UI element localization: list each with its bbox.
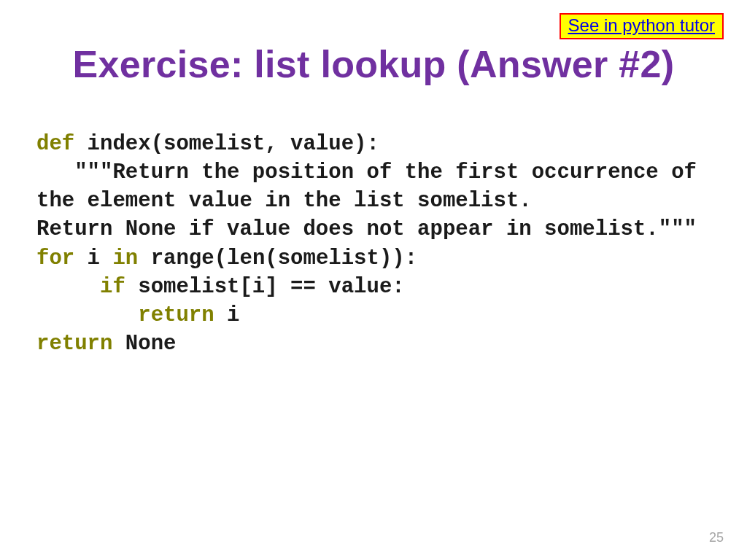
keyword-for: for xyxy=(36,246,74,271)
code-line-for: for i in range(len(somelist)): xyxy=(36,244,711,273)
if-indent xyxy=(36,275,100,299)
code-line-def: def index(somelist, value): xyxy=(36,130,711,158)
ret-indent xyxy=(36,303,138,327)
code-block: def index(somelist, value): """Return th… xyxy=(36,130,711,358)
code-line-doc1: """Return the position of the first occu… xyxy=(36,158,711,215)
return-i-rest: i xyxy=(214,303,240,327)
for-rest: range(len(somelist)): xyxy=(138,246,417,271)
page-number: 25 xyxy=(709,530,724,545)
code-line-doc2: Return None if value does not appear in … xyxy=(36,215,711,244)
keyword-if: if xyxy=(100,275,125,299)
keyword-return-2: return xyxy=(36,332,112,356)
code-line-return-i: return i xyxy=(36,301,711,330)
code-line-return-none: return None xyxy=(36,330,711,358)
slide: See in python tutor Exercise: list looku… xyxy=(0,0,747,560)
return-none-rest: None xyxy=(112,332,176,356)
python-tutor-link[interactable]: See in python tutor xyxy=(568,15,715,35)
python-tutor-link-box[interactable]: See in python tutor xyxy=(560,13,724,39)
keyword-in: in xyxy=(112,246,138,271)
for-mid: i xyxy=(74,246,112,271)
if-rest: somelist[i] == value: xyxy=(125,275,405,299)
keyword-def: def xyxy=(36,132,74,156)
code-line-if: if somelist[i] == value: xyxy=(36,273,711,301)
keyword-return-1: return xyxy=(138,303,214,327)
slide-title: Exercise: list lookup (Answer #2) xyxy=(0,42,747,86)
signature-rest: index(somelist, value): xyxy=(74,132,379,156)
